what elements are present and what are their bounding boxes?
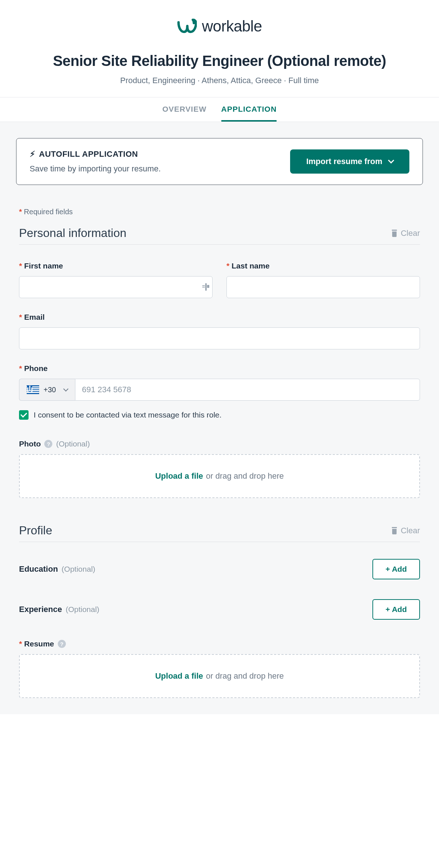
job-title: Senior Site Reliability Engineer (Option… — [9, 53, 430, 69]
add-education-button[interactable]: + Add — [372, 559, 420, 579]
trash-icon — [391, 230, 398, 237]
import-resume-button[interactable]: Import resume from — [290, 149, 409, 174]
dial-code: +30 — [44, 386, 56, 394]
add-experience-button[interactable]: + Add — [372, 599, 420, 620]
autofill-heading: ⚡︎ AUTOFILL APPLICATION — [30, 149, 281, 159]
section-title-profile: Profile — [19, 524, 52, 537]
field-photo: Photo ? (Optional) Upload a file or drag… — [19, 439, 420, 498]
bolt-icon: ⚡︎ — [30, 150, 35, 158]
chevron-down-icon — [63, 386, 68, 392]
page-header: workable Senior Site Reliability Enginee… — [0, 0, 439, 97]
chevron-down-icon — [388, 157, 394, 164]
resume-upload-dropzone[interactable]: Upload a file or drag and drop here — [19, 654, 420, 698]
required-fields-note: * Required fields — [19, 208, 420, 216]
field-first-name: * First name — [19, 261, 213, 298]
field-resume: * Resume ? Upload a file or drag and dro… — [19, 639, 420, 698]
clear-profile-button[interactable]: Clear — [391, 526, 420, 535]
last-name-input[interactable] — [226, 276, 420, 298]
field-last-name: * Last name — [226, 261, 420, 298]
section-personal-info: Personal information Clear * First name … — [19, 226, 420, 498]
autofill-subtext: Save time by importing your resume. — [30, 164, 281, 174]
contact-card-icon — [205, 284, 207, 290]
photo-upload-dropzone[interactable]: Upload a file or drag and drop here — [19, 454, 420, 498]
first-name-input[interactable] — [19, 276, 213, 298]
phone-input[interactable] — [75, 379, 420, 401]
application-form: ⚡︎ AUTOFILL APPLICATION Save time by imp… — [0, 122, 439, 714]
field-email: * Email — [19, 313, 420, 349]
job-meta: Product, Engineering · Athens, Attica, G… — [9, 76, 430, 85]
sms-consent-checkbox[interactable]: I consent to be contacted via text messa… — [19, 410, 420, 420]
field-experience: Experience (Optional) + Add — [19, 599, 420, 620]
workable-logo-icon — [177, 19, 197, 34]
tab-application[interactable]: APPLICATION — [221, 97, 277, 122]
phone-country-selector[interactable]: +30 — [19, 379, 75, 401]
section-profile: Profile Clear Education (Optional) + Add… — [19, 524, 420, 698]
email-input[interactable] — [19, 327, 420, 349]
field-phone: * Phone +30 — [19, 364, 420, 401]
trash-icon — [391, 527, 398, 534]
section-title-personal: Personal information — [19, 226, 126, 240]
tab-overview[interactable]: OVERVIEW — [162, 97, 207, 122]
brand-logo: workable — [9, 18, 430, 35]
flag-greece-icon — [27, 385, 39, 394]
brand-name: workable — [202, 18, 262, 35]
checkmark-icon — [19, 410, 29, 420]
clear-personal-button[interactable]: Clear — [391, 229, 420, 238]
tab-bar: OVERVIEW APPLICATION — [0, 97, 439, 122]
autofill-panel: ⚡︎ AUTOFILL APPLICATION Save time by imp… — [16, 138, 423, 185]
field-education: Education (Optional) + Add — [19, 559, 420, 579]
help-icon[interactable]: ? — [44, 440, 52, 448]
help-icon[interactable]: ? — [58, 640, 66, 648]
